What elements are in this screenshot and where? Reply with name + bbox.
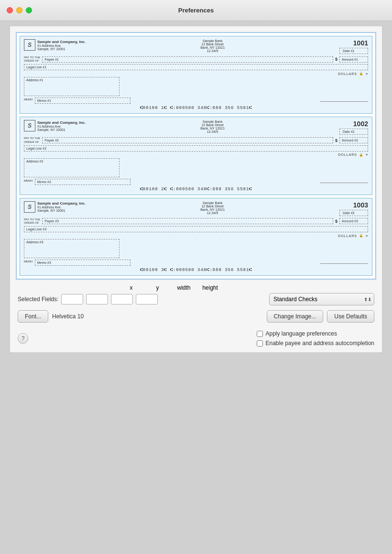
bottom-row: ? Apply language preferences Enable paye…: [18, 328, 374, 347]
close-button[interactable]: [7, 7, 13, 13]
change-image-button[interactable]: Change Image...: [267, 310, 324, 323]
legal-line-3[interactable]: Legal Line #3: [24, 226, 368, 232]
date-field-3[interactable]: Date #3: [339, 210, 368, 216]
check-number-area-3: 1003 Date #3: [339, 201, 368, 216]
memo-field-2[interactable]: Memo #2: [35, 179, 131, 185]
address-memo-2: Address #2 MEMO Memo #2: [24, 158, 131, 185]
font-value: Helvetica 10: [52, 313, 84, 320]
apply-language-checkbox[interactable]: [257, 331, 263, 337]
dollars-label-3: DOLLARS 🔒 ≡: [24, 234, 368, 238]
height-input[interactable]: [136, 294, 158, 304]
signature-line-3: [320, 263, 368, 264]
company-logo-3: S: [24, 201, 35, 213]
check-1: S Sample and Company, Inc. #1 Address Av…: [20, 36, 372, 114]
apply-language-label: Apply language preferences: [266, 330, 337, 337]
micr-line-1: ⑆00100 1⑆ ⑆:000500 348⑆:888 356 5581⑆: [24, 106, 368, 110]
checkbox-row-2: Enable payee and address autocompletion: [257, 340, 375, 347]
amount-field-1[interactable]: Amount #1: [339, 56, 368, 63]
check-type-dropdown-wrapper: Standard Checks Voucher Checks Wallet Ch…: [269, 293, 374, 305]
company-info-1: Sample and Company, Inc. #1 Address Ave.…: [37, 40, 86, 51]
font-row: Font... Helvetica 10 Change Image... Use…: [18, 310, 374, 323]
check-2: S Sample and Company, Inc. #1 Address Av…: [20, 117, 372, 195]
company-info-2: Sample and Company, Inc. #1 Address Ave.…: [37, 120, 86, 131]
signature-line-2: [320, 183, 368, 183]
company-logo-2: S: [24, 120, 35, 131]
address-field-2[interactable]: Address #2: [24, 158, 120, 177]
coord-labels-row: x y width height: [18, 284, 374, 291]
address-memo-3: Address #3 MEMO Memo #3: [24, 239, 131, 266]
signature-area-3: [133, 239, 368, 266]
memo-row-2: MEMO Memo #2: [24, 179, 131, 185]
check-middle-2: Address #2 MEMO Memo #2: [24, 158, 368, 185]
check-middle-1: Address #1 MEMO Memo #1: [24, 77, 368, 104]
enable-payee-label: Enable payee and address autocompletion: [266, 340, 375, 347]
address-field-3[interactable]: Address #3: [24, 239, 120, 258]
title-bar: Preferences: [0, 0, 392, 21]
window-content: S Sample and Company, Inc. #1 Address Av…: [10, 26, 382, 353]
minimize-button[interactable]: [16, 7, 22, 13]
controls-area: x y width height Selected Fields: Standa…: [16, 280, 376, 347]
check-logo-area-2: S Sample and Company, Inc. #1 Address Av…: [24, 120, 86, 131]
dollars-label-2: DOLLARS 🔒 ≡: [24, 153, 368, 157]
use-defaults-button[interactable]: Use Defaults: [327, 310, 374, 323]
selected-fields-row: Selected Fields: Standard Checks Voucher…: [18, 293, 374, 305]
amount-field-2[interactable]: Amount #2: [339, 137, 368, 143]
enable-payee-checkbox[interactable]: [257, 340, 263, 347]
help-button[interactable]: ?: [18, 333, 28, 344]
check-number-area-1: 1001 Date #1: [339, 39, 368, 54]
check-number-area-2: 1002 Date #2: [339, 120, 368, 135]
window-title: Preferences: [178, 7, 214, 14]
memo-row-1: MEMO Memo #1: [24, 98, 131, 104]
width-label: width: [171, 284, 197, 291]
bank-info-1: Sample Bank 12 Bank Street Bank, NY 1202…: [200, 39, 225, 53]
pay-row-1: PAY TO THEORDER OF Payee #1 $ Amount #1: [24, 56, 368, 63]
y-input[interactable]: [86, 294, 108, 304]
window-controls: [7, 7, 32, 13]
pay-row-2: PAY TO THEORDER OF Payee #2 $ Amount #2: [24, 137, 368, 143]
signature-line-1: [320, 101, 368, 102]
micr-line-3: ⑆00100 3⑆ ⑆:000500 348⑆:888 356 5581⑆: [24, 268, 368, 272]
y-label: y: [144, 284, 171, 291]
payee-field-2[interactable]: Payee #2: [42, 137, 333, 143]
check-logo-area-3: S Sample and Company, Inc. #1 Address Av…: [24, 201, 86, 213]
amount-field-3[interactable]: Amount #3: [339, 218, 368, 224]
date-field-1[interactable]: Date #1: [339, 48, 368, 54]
bank-info-2: Sample Bank 12 Bank Street Bank, NY 1202…: [200, 120, 225, 133]
bank-info-3: Sample Bank 12 Bank Street Bank, NY 1202…: [200, 201, 225, 215]
pay-row-3: PAY TO THEORDER OF Payee #3 $ Amount #3: [24, 218, 368, 225]
micr-line-2: ⑆00100 2⑆ ⑆:000500 348⑆:888 356 5581⑆: [24, 187, 368, 192]
checkbox-row-1: Apply language preferences: [257, 330, 375, 337]
check-3: S Sample and Company, Inc. #1 Address Av…: [20, 198, 372, 276]
dollars-label-1: DOLLARS 🔒 ≡: [24, 72, 368, 76]
signature-area-1: [133, 77, 368, 104]
check-logo-area-1: S Sample and Company, Inc. #1 Address Av…: [24, 39, 86, 51]
checks-preview: S Sample and Company, Inc. #1 Address Av…: [16, 32, 376, 280]
check-type-dropdown[interactable]: Standard Checks Voucher Checks Wallet Ch…: [269, 293, 374, 305]
font-button[interactable]: Font...: [18, 310, 48, 323]
legal-line-2[interactable]: Legal Line #2: [24, 145, 368, 152]
company-logo-1: S: [24, 39, 35, 51]
legal-line-1[interactable]: Legal Line #1: [24, 64, 368, 70]
selected-fields-label: Selected Fields:: [18, 296, 58, 303]
x-label: x: [118, 284, 144, 291]
signature-area-2: [133, 158, 368, 185]
memo-field-1[interactable]: Memo #1: [35, 98, 131, 104]
width-input[interactable]: [111, 294, 133, 304]
company-info-3: Sample and Company, Inc. #1 Address Ave.…: [37, 201, 86, 212]
maximize-button[interactable]: [26, 7, 32, 13]
memo-field-3[interactable]: Memo #3: [35, 260, 131, 266]
payee-field-3[interactable]: Payee #3: [42, 218, 333, 224]
height-label: height: [197, 284, 223, 291]
date-field-2[interactable]: Date #2: [339, 129, 368, 135]
check-middle-3: Address #3 MEMO Memo #3: [24, 239, 368, 266]
x-input[interactable]: [61, 294, 83, 304]
address-memo-1: Address #1 MEMO Memo #1: [24, 77, 131, 104]
address-field-1[interactable]: Address #1: [24, 77, 120, 96]
memo-row-3: MEMO Memo #3: [24, 260, 131, 266]
payee-field-1[interactable]: Payee #1: [42, 56, 333, 63]
